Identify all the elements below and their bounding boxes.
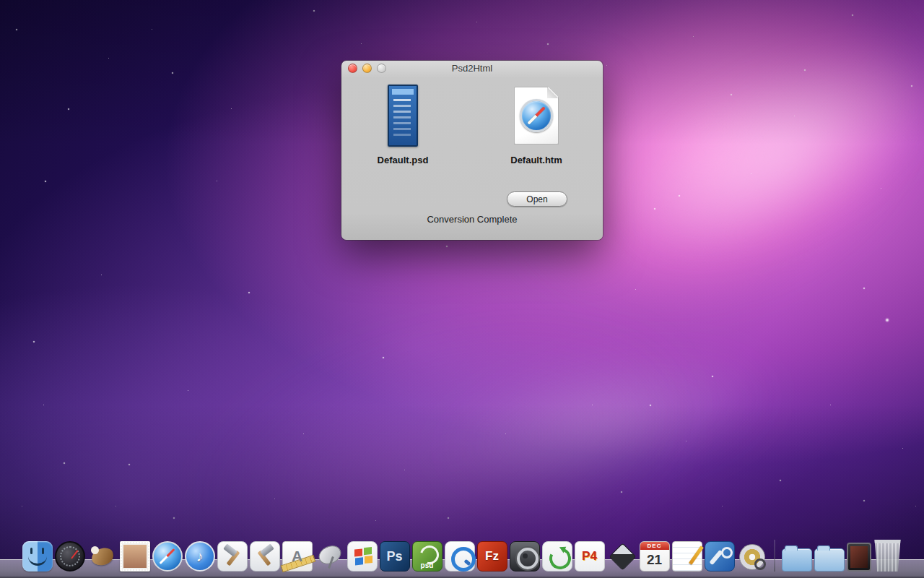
media-stack-icon[interactable] [847, 543, 871, 571]
xcode-hammer-icon[interactable] [217, 541, 248, 571]
eagle-app-icon[interactable] [87, 541, 118, 571]
htm-file-icon[interactable] [514, 87, 559, 144]
perforce-icon[interactable]: P4 [575, 541, 605, 571]
psd-file-label: Default.psd [359, 155, 446, 165]
windows-flag-icon[interactable] [347, 541, 378, 571]
safari-icon[interactable] [152, 541, 183, 571]
inkscape-diamond-icon[interactable] [607, 541, 637, 571]
page-fold-corner [547, 87, 558, 98]
close-button[interactable] [348, 64, 357, 73]
htm-file-label: Default.htm [493, 155, 580, 165]
blue-utility-icon[interactable] [705, 541, 735, 571]
stars-dim [0, 0, 1, 1]
gear-app-icon[interactable] [510, 541, 540, 571]
psd-icon-area [359, 82, 446, 149]
developer-hammer-icon[interactable] [250, 541, 280, 571]
psd2html-window: Psd2Html Default.psd Default.htm Open Co… [341, 61, 603, 240]
photoshop-icon[interactable]: Ps [380, 541, 410, 571]
psd-tool-icon[interactable]: psd [412, 541, 443, 571]
dock-icon-row: ♪ A Ps psd Fz P4 DEC 21 [0, 540, 924, 571]
mail-stamp-icon[interactable] [120, 541, 150, 571]
desktop: { "window": { "title": "Psd2Html", "sour… [0, 0, 924, 578]
target-file-block: Default.htm [493, 82, 580, 165]
filezilla-icon[interactable]: Fz [477, 541, 507, 571]
letter-a-glyph: A [292, 548, 302, 565]
zoom-button-disabled [377, 64, 386, 73]
p4-glyph: P4 [582, 549, 597, 564]
aurora-streak-beam [363, 293, 850, 552]
dock: ♪ A Ps psd Fz P4 DEC 21 [0, 522, 924, 578]
traffic-lights [348, 64, 386, 73]
safari-compass-icon [520, 99, 553, 132]
psd-file-icon[interactable] [388, 85, 418, 147]
calendar-month-label: DEC [640, 542, 669, 550]
conversion-status-text: Conversion Complete [341, 214, 603, 225]
quicktime-icon[interactable] [445, 541, 475, 571]
itunes-icon[interactable]: ♪ [185, 541, 215, 571]
disk-utility-icon[interactable] [737, 541, 767, 571]
finder-icon[interactable] [22, 541, 53, 571]
minimize-button[interactable] [362, 64, 372, 73]
title-bar[interactable]: Psd2Html [341, 61, 603, 77]
refresh-arrows-icon[interactable] [542, 541, 572, 571]
textedit-icon[interactable] [672, 541, 702, 571]
calendar-day-label: 21 [640, 550, 669, 570]
htm-icon-area [493, 82, 580, 149]
ical-icon[interactable]: DEC 21 [640, 541, 670, 571]
itunes-note-glyph: ♪ [196, 548, 204, 565]
trash-icon[interactable] [873, 540, 902, 571]
folder-stack-icon-2[interactable] [814, 548, 845, 571]
folder-stack-icon-1[interactable] [782, 548, 812, 571]
dock-separator [774, 540, 775, 571]
source-file-block: Default.psd [359, 82, 446, 165]
open-button[interactable]: Open [507, 191, 567, 207]
satellite-dish-icon[interactable] [315, 541, 345, 571]
text-ruler-icon[interactable]: A [282, 541, 313, 571]
ps-glyph: Ps [386, 549, 402, 564]
psd-glyph: psd [421, 561, 434, 569]
dashboard-icon[interactable] [55, 541, 85, 571]
fz-glyph: Fz [485, 549, 499, 564]
